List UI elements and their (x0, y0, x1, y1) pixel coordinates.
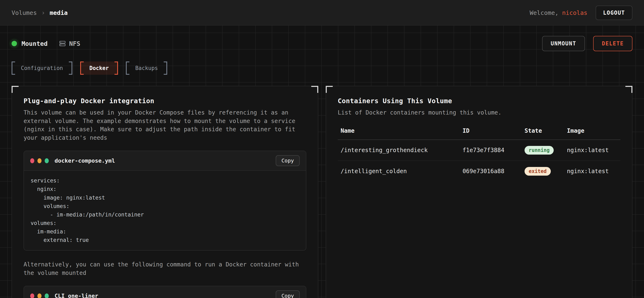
cli-intro-text: Alternatively, you can use the following… (24, 261, 306, 277)
volume-actions: UNMOUNT DELETE (542, 36, 633, 51)
volume-toolbar: Mounted NFS UNMOUNT DELETE (12, 36, 632, 51)
container-image: nginx:latest (567, 147, 618, 153)
traffic-light-red-icon (30, 158, 34, 163)
container-row: /interesting_grothendieck f1e73e7f3884 r… (338, 140, 620, 160)
tab-backups[interactable]: Backups (126, 61, 167, 75)
mounted-status-label: Mounted (22, 40, 48, 47)
tabs: Configuration Docker Backups (12, 61, 632, 75)
delete-button[interactable]: DELETE (593, 36, 632, 51)
cli-filename: CLI one-liner (54, 293, 98, 298)
col-header-state: State (524, 127, 567, 134)
state-badge: exited (524, 167, 551, 176)
bracket-right-icon (69, 61, 72, 75)
docker-panel-description: This volume can be used in your Docker C… (24, 109, 306, 142)
panel-corner-icon (626, 86, 632, 93)
container-name: /intelligent_colden (340, 168, 462, 175)
containers-table-header: Name ID State Image (338, 127, 620, 140)
welcome-prefix: Welcome, (530, 9, 559, 16)
bracket-left-icon (12, 61, 15, 75)
top-bar: Volumes › media Welcome, nicolas LOGOUT (0, 0, 644, 26)
breadcrumb: Volumes › media (12, 9, 68, 16)
main-content: Mounted NFS UNMOUNT DELETE Configuration (0, 26, 644, 298)
server-icon (59, 40, 66, 47)
col-header-id: ID (462, 127, 524, 134)
panel-corner-icon (326, 86, 333, 93)
containers-panel: Containers Using This Volume List of Doc… (326, 86, 632, 298)
container-image: nginx:latest (567, 168, 618, 175)
compose-filename: docker-compose.yml (54, 157, 115, 164)
traffic-light-red-icon (30, 294, 34, 298)
welcome-text: Welcome, nicolas (530, 9, 587, 16)
traffic-light-green-icon (45, 158, 49, 163)
state-badge: running (524, 146, 554, 154)
docker-panel-title: Plug-and-play Docker integration (24, 97, 306, 105)
containers-panel-subtitle: List of Docker containers mounting this … (338, 109, 620, 117)
container-row: /intelligent_colden 069e73016a88 exited … (338, 160, 620, 182)
panels: Plug-and-play Docker integration This vo… (12, 86, 632, 298)
volume-status: Mounted NFS (12, 40, 80, 47)
username: nicolas (562, 9, 587, 16)
cli-code-header: CLI one-liner Copy (24, 286, 306, 298)
bracket-left-icon (126, 61, 130, 75)
driver-label: NFS (69, 40, 80, 47)
traffic-light-green-icon (45, 294, 49, 298)
mounted-status-dot-icon (12, 41, 17, 46)
compose-code: services: nginx: image: nginx:latest vol… (24, 171, 306, 250)
user-area: Welcome, nicolas LOGOUT (530, 5, 632, 20)
containers-panel-title: Containers Using This Volume (338, 97, 620, 105)
traffic-light-amber-icon (38, 294, 42, 298)
breadcrumb-volumes-link[interactable]: Volumes (12, 9, 37, 16)
traffic-lights (30, 158, 49, 163)
copy-cli-button[interactable]: Copy (276, 290, 300, 298)
bracket-right-icon (114, 61, 118, 75)
traffic-light-amber-icon (38, 158, 42, 163)
panel-corner-icon (12, 86, 18, 93)
unmount-button[interactable]: UNMOUNT (542, 36, 585, 51)
tab-configuration[interactable]: Configuration (12, 61, 72, 75)
panel-corner-icon (311, 86, 318, 93)
tab-label: Configuration (15, 61, 69, 75)
app-root: Volumes › media Welcome, nicolas LOGOUT … (0, 0, 644, 298)
chevron-right-icon: › (41, 9, 45, 16)
container-id: 069e73016a88 (462, 168, 524, 175)
bracket-left-icon (80, 61, 84, 75)
driver-type: NFS (59, 40, 80, 47)
breadcrumb-current: media (50, 9, 68, 16)
docker-integration-panel: Plug-and-play Docker integration This vo… (12, 86, 318, 298)
tab-docker[interactable]: Docker (80, 61, 118, 75)
tab-label: Backups (130, 61, 164, 75)
cli-code-card: CLI one-liner Copy docker run -v im-medi… (24, 286, 306, 298)
traffic-lights (30, 294, 49, 298)
col-header-name: Name (340, 127, 462, 134)
col-header-image: Image (567, 127, 618, 134)
tab-label: Docker (84, 61, 115, 75)
containers-table: Name ID State Image /interesting_grothen… (338, 127, 620, 182)
container-id: f1e73e7f3884 (462, 147, 524, 153)
compose-code-card: docker-compose.yml Copy services: nginx:… (24, 151, 306, 251)
bracket-right-icon (164, 61, 167, 75)
logout-button[interactable]: LOGOUT (596, 5, 632, 20)
compose-code-header: docker-compose.yml Copy (24, 151, 306, 171)
containers-table-body: /interesting_grothendieck f1e73e7f3884 r… (338, 140, 620, 182)
container-name: /interesting_grothendieck (340, 147, 462, 153)
copy-compose-button[interactable]: Copy (276, 155, 300, 166)
